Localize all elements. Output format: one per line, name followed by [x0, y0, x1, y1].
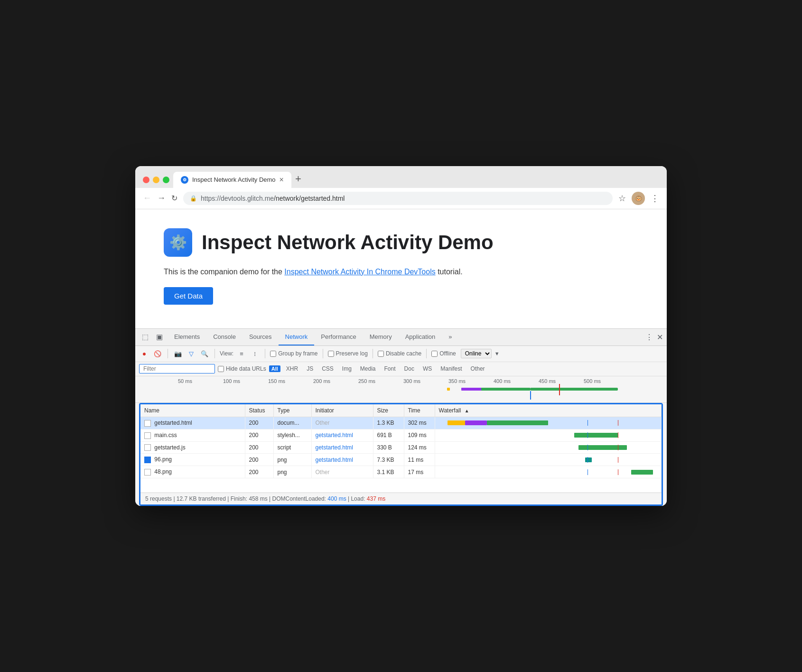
filter-type-xhr[interactable]: XHR: [283, 365, 301, 372]
cell-initiator: getstarted.html: [311, 454, 373, 466]
filter-type-img[interactable]: Img: [339, 365, 354, 372]
tutorial-link[interactable]: Inspect Network Activity In Chrome DevTo…: [284, 268, 435, 276]
tab-memory[interactable]: Memory: [363, 328, 399, 345]
url-domain: https://devtools.glitch.me: [201, 195, 274, 202]
timeline-label-300: 300 ms: [403, 378, 448, 384]
cell-time: 109 ms: [404, 429, 435, 441]
tab-network[interactable]: Network: [279, 328, 315, 345]
cell-name: getstarted.html: [140, 417, 245, 429]
page-description: This is the companion demo for the Inspe…: [164, 266, 638, 278]
col-status[interactable]: Status: [245, 404, 273, 417]
cell-status: 200: [245, 429, 273, 441]
cell-status: 200: [245, 466, 273, 478]
hide-data-urls-checkbox[interactable]: Hide data URLs: [218, 365, 266, 372]
filter-type-css[interactable]: CSS: [319, 365, 336, 372]
table-row[interactable]: getstarted.js 200 script getstarted.html…: [140, 441, 662, 454]
group-by-frame-checkbox[interactable]: Group by frame: [270, 350, 317, 357]
forward-button[interactable]: →: [157, 193, 166, 203]
cell-waterfall: [435, 466, 662, 478]
tab-network-label: Network: [285, 333, 308, 340]
throttle-select[interactable]: Online: [461, 349, 492, 358]
record-button[interactable]: ●: [139, 348, 149, 359]
cell-type: png: [273, 466, 311, 478]
cell-name: 96.png: [140, 454, 245, 466]
devtools-menu-icon[interactable]: ⋮: [645, 333, 653, 342]
cell-initiator: getstarted.html: [311, 441, 373, 454]
disable-cache-checkbox[interactable]: Disable cache: [378, 350, 421, 357]
toolbar-divider-3: [265, 349, 265, 358]
browser-tab[interactable]: ⚙ Inspect Network Activity Demo ×: [173, 172, 291, 188]
filter-type-media[interactable]: Media: [357, 365, 379, 372]
timeline-label-450: 450 ms: [539, 378, 584, 384]
search-button[interactable]: 🔍: [199, 348, 210, 359]
col-initiator[interactable]: Initiator: [311, 404, 373, 417]
tab-memory-label: Memory: [370, 333, 392, 340]
transferred-size: 12.7 KB transferred: [177, 495, 226, 502]
offline-checkbox[interactable]: Offline: [431, 350, 456, 357]
filter-type-other[interactable]: Other: [468, 365, 488, 372]
timeline-label-400: 400 ms: [494, 378, 539, 384]
view-list-icon[interactable]: ≡: [236, 348, 247, 359]
tab-more-label: »: [448, 333, 452, 340]
requests-count: 5 requests: [145, 495, 172, 502]
table-row[interactable]: main.css 200 stylesh... getstarted.html …: [140, 429, 662, 441]
filter-type-doc[interactable]: Doc: [401, 365, 417, 372]
filter-icon[interactable]: ▽: [186, 348, 196, 359]
new-tab-button[interactable]: +: [295, 173, 301, 188]
minimize-dot[interactable]: [153, 177, 159, 183]
filter-input[interactable]: [139, 364, 215, 373]
url-bar[interactable]: 🔒 https://devtools.glitch.me/network/get…: [183, 192, 613, 205]
col-waterfall[interactable]: Waterfall ▲: [435, 404, 662, 417]
view-waterfall-icon[interactable]: ⫶: [250, 348, 260, 359]
refresh-button[interactable]: ↻: [171, 194, 177, 203]
tab-more[interactable]: »: [442, 328, 458, 345]
timeline-label-350: 350 ms: [448, 378, 494, 384]
cell-size: 7.3 KB: [373, 454, 404, 466]
more-options-button[interactable]: ⋮: [651, 193, 659, 204]
filter-type-ws[interactable]: WS: [420, 365, 435, 372]
tab-console[interactable]: Console: [206, 328, 242, 345]
filter-type-js[interactable]: JS: [304, 365, 316, 372]
file-icon: [144, 444, 151, 451]
cell-name: getstarted.js: [140, 441, 245, 454]
tab-close-button[interactable]: ×: [280, 176, 284, 184]
table-row[interactable]: 48.png 200 png Other 3.1 KB 17 ms: [140, 466, 662, 478]
maximize-dot[interactable]: [163, 177, 169, 183]
col-type[interactable]: Type: [273, 404, 311, 417]
throttle-dropdown-arrow[interactable]: ▼: [494, 351, 500, 356]
cell-time: 302 ms: [404, 417, 435, 429]
tab-elements[interactable]: Elements: [168, 328, 206, 345]
image-icon: [144, 457, 151, 463]
tab-sources[interactable]: Sources: [242, 328, 279, 345]
finish-time: Finish: 458 ms: [231, 495, 268, 502]
filter-type-manifest[interactable]: Manifest: [438, 365, 465, 372]
load-label: Load:: [351, 495, 366, 502]
tab-application[interactable]: Application: [399, 328, 442, 345]
profile-button[interactable]: 🐵: [632, 192, 645, 205]
load-value: 437 ms: [367, 495, 385, 502]
preserve-log-checkbox[interactable]: Preserve log: [328, 350, 368, 357]
col-name[interactable]: Name: [140, 404, 245, 417]
select-element-icon[interactable]: ⬚: [139, 331, 151, 343]
toolbar-divider-1: [168, 349, 168, 358]
filter-type-font[interactable]: Font: [382, 365, 399, 372]
table-row[interactable]: 96.png 200 png getstarted.html 7.3 KB 11…: [140, 454, 662, 466]
cell-waterfall: [435, 429, 662, 441]
tab-performance[interactable]: Performance: [314, 328, 363, 345]
col-size[interactable]: Size: [373, 404, 404, 417]
file-icon: [144, 420, 151, 427]
all-filter-badge[interactable]: All: [269, 365, 280, 372]
close-dot[interactable]: [143, 177, 149, 183]
devtools-close-icon[interactable]: ✕: [657, 333, 663, 342]
bookmark-button[interactable]: ☆: [618, 193, 626, 204]
clear-button[interactable]: 🚫: [152, 348, 163, 359]
col-time[interactable]: Time: [404, 404, 435, 417]
device-toolbar-icon[interactable]: ▣: [153, 331, 166, 343]
camera-button[interactable]: 📷: [173, 348, 183, 359]
table-row[interactable]: getstarted.html 200 docum... Other 1.3 K…: [140, 417, 662, 429]
back-button[interactable]: ←: [143, 193, 151, 203]
devtools-panel: ⬚ ▣ Elements Console Sources Network Per…: [135, 328, 667, 506]
get-data-button[interactable]: Get Data: [164, 287, 213, 305]
cell-initiator: Other: [311, 417, 373, 429]
timeline-label-100: 100 ms: [223, 378, 268, 384]
